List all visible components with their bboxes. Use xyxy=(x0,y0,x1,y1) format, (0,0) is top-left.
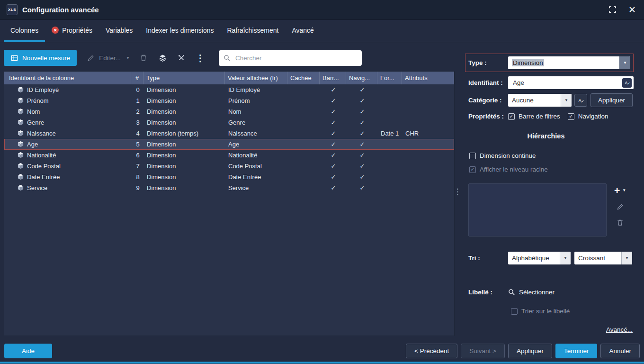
column-identifier: Date Entrée xyxy=(27,173,60,181)
category-select[interactable]: Aucune ▼ xyxy=(508,94,572,107)
table-row[interactable]: Naissance 4 Dimension (temps) Naissance … xyxy=(4,128,454,139)
identifier-row: Identifiant : A xyxy=(465,76,634,89)
checkbox-sort-on-label[interactable]: Trier sur le libellé xyxy=(511,308,634,315)
add-hierarchy-button[interactable]: + ▼ xyxy=(614,185,626,195)
table-row[interactable]: Age 5 Dimension Age ✓ ✓ xyxy=(4,139,454,150)
checkbox-dimension-continue[interactable]: Dimension continue xyxy=(469,152,634,159)
next-button[interactable]: Suivant > xyxy=(461,344,505,358)
header-type[interactable]: Type xyxy=(143,72,225,84)
tools-icon[interactable] xyxy=(176,53,187,63)
more-options-icon[interactable]: ⋮ xyxy=(195,53,206,63)
checkbox-box[interactable] xyxy=(469,153,476,159)
checkbox-filter-bar[interactable]: ✓ Barre de filtres xyxy=(508,113,560,120)
maximize-icon[interactable] xyxy=(607,5,617,15)
column-type: Dimension xyxy=(144,108,225,115)
column-identifier: ID Employé xyxy=(27,86,59,93)
header-identifiant[interactable]: Identifiant de la colonne xyxy=(4,72,131,84)
category-value: Aucune xyxy=(508,97,561,104)
tab-label: Propriétés xyxy=(62,27,92,34)
edit-button[interactable]: Editer... ▼ xyxy=(85,53,130,63)
tab-indexer-dimensions[interactable]: Indexer les dimensions xyxy=(139,20,220,42)
header-cachee[interactable]: Cachée xyxy=(287,72,320,84)
svg-text:A: A xyxy=(625,81,627,85)
checkbox-box[interactable]: ✓ xyxy=(469,166,476,173)
table-row[interactable]: Code Postal 7 Dimension Code Postal ✓ ✓ xyxy=(4,161,454,172)
header-barre[interactable]: Barr... xyxy=(320,72,346,84)
column-display-value: Code Postal xyxy=(225,163,288,170)
table-row[interactable]: Nationalité 6 Dimension Nationalité ✓ ✓ xyxy=(4,150,454,161)
column-index: 2 xyxy=(132,108,144,115)
checkbox-box[interactable]: ✓ xyxy=(568,113,574,120)
close-icon[interactable]: ✕ xyxy=(627,5,637,15)
tab-colonnes[interactable]: Colonnes xyxy=(4,20,45,42)
advanced-link[interactable]: Avancé... xyxy=(606,326,633,333)
previous-button[interactable]: < Précédent xyxy=(406,344,457,358)
column-index: 0 xyxy=(132,86,144,93)
header-navigation[interactable]: Navig... xyxy=(346,72,377,84)
column-type: Dimension xyxy=(144,184,225,191)
title-bar: XLS Configuration avancée ✕ xyxy=(0,0,644,20)
rename-icon[interactable]: A xyxy=(622,78,632,88)
search-box[interactable] xyxy=(219,50,362,66)
hierarchies-list[interactable] xyxy=(468,183,607,237)
chevron-down-icon[interactable]: ▼ xyxy=(619,56,630,69)
category-apply-button[interactable]: Appliquer xyxy=(590,93,633,107)
checkbox-navigation[interactable]: ✓ Navigation xyxy=(568,113,608,120)
help-button[interactable]: Aide xyxy=(4,344,52,358)
checkbox-box[interactable] xyxy=(511,308,518,315)
column-filterbar-flag: ✓ xyxy=(320,163,347,170)
dimension-cube-icon xyxy=(17,97,24,104)
column-identifier: Naissance xyxy=(27,130,56,137)
chevron-down-icon[interactable]: ▼ xyxy=(622,188,626,192)
delete-hierarchy-icon[interactable] xyxy=(616,218,625,227)
properties-row: Propriétés : ✓ Barre de filtres ✓ Naviga… xyxy=(465,113,634,120)
localize-icon[interactable]: A xyxy=(574,94,587,107)
column-display-value: ID Employé xyxy=(225,86,288,93)
chevron-down-icon[interactable]: ▼ xyxy=(126,56,130,60)
column-type: Dimension xyxy=(144,163,225,170)
header-attributs[interactable]: Attributs xyxy=(402,72,454,84)
column-type: Dimension xyxy=(144,173,225,181)
select-label-button[interactable]: Sélectionner xyxy=(508,289,555,296)
sort-mode-select[interactable]: Alphabétique ▼ xyxy=(508,252,571,264)
column-index: 5 xyxy=(132,141,144,148)
error-badge-icon: ✕ xyxy=(52,27,59,34)
column-navigation-flag: ✓ xyxy=(347,173,378,181)
table-row[interactable]: Prénom 1 Dimension Prénom ✓ ✓ xyxy=(4,95,454,106)
tab-variables[interactable]: Variables xyxy=(99,20,139,42)
tab-avance[interactable]: Avancé xyxy=(285,20,320,42)
column-display-value: Nom xyxy=(225,108,288,115)
tab-rafraichissement[interactable]: Rafraîchissement xyxy=(220,20,285,42)
header-valeur-affichee[interactable]: Valeur affichée (fr) xyxy=(225,72,287,84)
sort-direction-select[interactable]: Croissant ▼ xyxy=(574,252,632,264)
chevron-down-icon[interactable]: ▼ xyxy=(621,252,632,264)
table-row[interactable]: ID Employé 0 Dimension ID Employé ✓ ✓ xyxy=(4,84,454,95)
table-row[interactable]: Nom 2 Dimension Nom ✓ ✓ xyxy=(4,106,454,117)
chevron-down-icon[interactable]: ▼ xyxy=(561,94,572,107)
accent-bottom-strip xyxy=(0,362,644,364)
edit-hierarchy-icon[interactable] xyxy=(616,202,625,211)
delete-icon[interactable] xyxy=(138,53,149,63)
checkbox-box[interactable]: ✓ xyxy=(508,113,515,120)
hierarchies-section: + ▼ xyxy=(468,183,634,237)
header-num[interactable]: # xyxy=(131,72,143,84)
chevron-down-icon[interactable]: ▼ xyxy=(560,252,571,264)
cancel-button[interactable]: Annuler xyxy=(600,344,640,358)
table-row[interactable]: Date Entrée 8 Dimension Date Entrée ✓ ✓ xyxy=(4,172,454,182)
panel-splitter[interactable]: ⋮ xyxy=(455,42,460,340)
tab-proprietes[interactable]: ✕ Propriétés xyxy=(45,20,99,42)
identifier-input[interactable] xyxy=(512,79,619,87)
finish-button[interactable]: Terminer xyxy=(555,344,598,358)
layers-icon[interactable] xyxy=(157,53,168,63)
header-format[interactable]: For... xyxy=(377,72,402,84)
apply-button[interactable]: Appliquer xyxy=(508,344,552,358)
new-measure-button[interactable]: Nouvelle mesure xyxy=(4,50,77,66)
type-select[interactable]: Dimension ▼ xyxy=(508,56,630,69)
tab-label: Avancé xyxy=(292,27,313,34)
checkbox-show-root-level[interactable]: ✓ Afficher le niveau racine xyxy=(469,166,634,173)
dimension-cube-icon xyxy=(17,152,24,159)
dimension-cube-icon xyxy=(17,130,24,137)
search-input[interactable] xyxy=(234,54,357,62)
table-row[interactable]: Service 9 Dimension Service ✓ ✓ xyxy=(4,182,454,193)
table-row[interactable]: Genre 3 Dimension Genre ✓ ✓ xyxy=(4,117,454,128)
